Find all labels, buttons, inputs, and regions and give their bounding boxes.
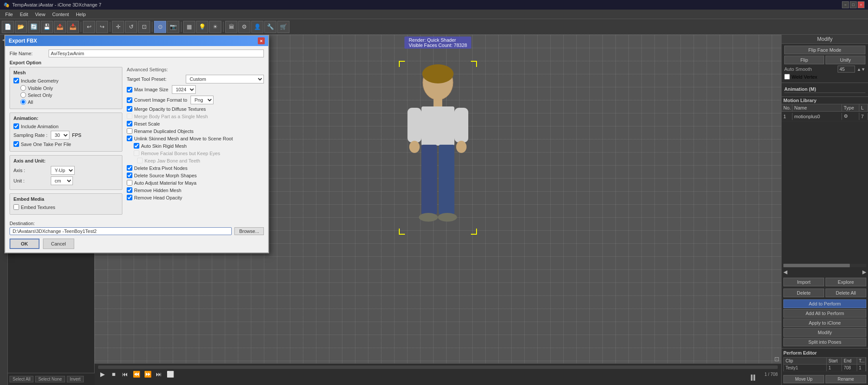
menu-content[interactable]: Content (49, 11, 72, 18)
play-button[interactable]: ▶ (98, 371, 107, 378)
toolbar-redo[interactable]: ↪ (96, 21, 108, 33)
prev-frame-button[interactable]: ⏪ (132, 371, 141, 378)
toolbar-sun[interactable]: ☀ (209, 21, 221, 33)
viewport-settings-icon[interactable]: ⊡ (774, 355, 779, 362)
toolbar-light[interactable]: 💡 (196, 21, 208, 33)
flip-button[interactable]: Flip (784, 56, 824, 64)
delete-button[interactable]: Delete (783, 289, 824, 297)
prev-key-button[interactable]: ⏮ (121, 371, 129, 378)
include-geometry-checkbox[interactable] (13, 78, 19, 83)
delete-morph-checkbox[interactable] (127, 173, 132, 178)
toolbar-refresh[interactable]: 🔄 (28, 21, 40, 33)
next-frame-button[interactable]: ⏩ (143, 371, 152, 378)
toolbar-save[interactable]: 💾 (41, 21, 53, 33)
toolbar-move[interactable]: ✛ (112, 21, 124, 33)
axis-select[interactable]: Y-UpZ-Up (51, 166, 75, 175)
unlink-skinned-checkbox[interactable] (127, 136, 132, 141)
remove-facial-label: Remove Facial Bones but Keep Eyes (141, 151, 220, 156)
motion-next-arrow[interactable]: ▶ (862, 269, 866, 275)
reset-scale-checkbox[interactable] (127, 121, 132, 126)
target-tool-select[interactable]: Custom Maya 3ds Max Blender Unity Unreal (186, 75, 264, 83)
next-key-button[interactable]: ⏭ (155, 371, 163, 378)
stop-button[interactable]: ■ (109, 371, 118, 378)
auto-smooth-up[interactable]: ▲▼ (857, 67, 865, 72)
toolbar-settings[interactable]: ⚙ (238, 21, 250, 33)
toolbar-undo[interactable]: ↩ (83, 21, 95, 33)
toolbar-import[interactable]: 📥 (67, 21, 79, 33)
auto-adjust-checkbox[interactable] (127, 180, 132, 186)
export-dialog-close[interactable]: × (258, 37, 265, 44)
menu-view[interactable]: View (32, 11, 49, 18)
keep-jaw-checkbox[interactable] (137, 158, 143, 163)
max-image-size-select[interactable]: 512102420484096 (172, 85, 196, 94)
browse-button[interactable]: Browse... (234, 227, 264, 235)
explore-button[interactable]: Explore (825, 278, 866, 286)
auto-smooth-input[interactable] (838, 66, 855, 73)
perform-row-0[interactable]: Testy1 1 708 1 (783, 365, 866, 372)
toolbar-rotate[interactable]: ↺ (125, 21, 137, 33)
sampling-rate-select[interactable]: 302460 (51, 131, 69, 139)
toolbar-select[interactable]: ⊙ (154, 21, 166, 33)
remove-head-checkbox[interactable] (127, 195, 132, 200)
ok-button[interactable]: OK (10, 239, 39, 249)
remove-hidden-checkbox[interactable] (127, 187, 132, 193)
add-all-to-perform-button[interactable]: Add All to Perform (783, 309, 866, 318)
delete-all-button[interactable]: Delete All (825, 289, 866, 297)
motion-l-0: 7 (859, 113, 868, 120)
record-button[interactable]: ⬜ (166, 371, 174, 378)
toolbar-actor[interactable]: 👤 (251, 21, 263, 33)
menu-help[interactable]: Help (72, 11, 89, 18)
merge-opacity-checkbox[interactable] (127, 106, 132, 112)
visible-only-radio[interactable] (20, 85, 26, 91)
unit-select[interactable]: cmminch (51, 176, 73, 185)
toolbar-new[interactable]: 📄 (2, 21, 14, 33)
select-none-button[interactable]: Select None (35, 376, 65, 382)
toolbar-camera[interactable]: 📷 (167, 21, 179, 33)
timeline-slider[interactable] (98, 365, 778, 369)
toolbar-export[interactable]: 📤 (54, 21, 66, 33)
modify-button[interactable]: Modify (783, 328, 866, 337)
select-all-button[interactable]: Select All (10, 376, 33, 382)
destination-input[interactable] (10, 227, 232, 235)
toolbar-building[interactable]: 🏛 (225, 21, 237, 33)
motion-row-0[interactable]: 1 motionplus0 ⚙ 7 (782, 112, 868, 121)
toolbar-open[interactable]: 📂 (15, 21, 27, 33)
menu-edit[interactable]: Edit (16, 11, 32, 18)
rename-dup-checkbox[interactable] (127, 128, 132, 134)
file-name-input[interactable] (49, 50, 264, 57)
invert-button[interactable]: Invert (67, 376, 84, 382)
motion-prev-arrow[interactable]: ◀ (783, 269, 787, 275)
unify-button[interactable]: Unify (825, 56, 865, 64)
weld-vertex-checkbox[interactable] (784, 74, 790, 80)
reset-scale-row: Reset Scale (127, 121, 264, 126)
flip-face-mode-button[interactable]: Flip Face Mode (784, 46, 865, 54)
all-radio[interactable] (20, 99, 26, 105)
embed-textures-checkbox[interactable] (13, 204, 19, 210)
import-button[interactable]: Import (783, 278, 824, 286)
merge-body-checkbox[interactable] (127, 113, 132, 119)
save-one-take-checkbox[interactable] (13, 141, 19, 147)
apply-to-iclone-button[interactable]: Apply to iClone (783, 319, 866, 327)
max-image-size-checkbox[interactable] (127, 87, 132, 93)
menu-file[interactable]: File (2, 11, 16, 18)
remove-facial-checkbox[interactable] (134, 150, 139, 156)
toolbar-gear2[interactable]: 🔧 (264, 21, 276, 33)
select-only-radio[interactable] (20, 92, 26, 98)
convert-format-select[interactable]: PngJpgBmp (191, 96, 214, 104)
split-into-poses-button[interactable]: Split into Poses (783, 338, 866, 346)
add-to-perform-button[interactable]: Add to Perform (783, 299, 866, 308)
convert-format-checkbox[interactable] (127, 97, 132, 103)
toolbar-scale[interactable]: ⊡ (138, 21, 150, 33)
move-up-button[interactable]: Move Up (783, 375, 824, 383)
close-button[interactable]: × (858, 1, 865, 8)
maximize-button[interactable]: □ (850, 1, 857, 8)
toolbar-cart[interactable]: 🛒 (277, 21, 289, 33)
motion-scrollbar[interactable] (783, 264, 866, 267)
delete-pivot-checkbox[interactable] (127, 165, 132, 171)
auto-skin-checkbox[interactable] (134, 143, 139, 149)
rename-button[interactable]: Rename (825, 375, 866, 383)
toolbar-grid[interactable]: ▦ (183, 21, 195, 33)
cancel-button[interactable]: Cancel (43, 239, 74, 249)
include-animation-checkbox[interactable] (13, 123, 19, 129)
minimize-button[interactable]: − (842, 1, 849, 8)
